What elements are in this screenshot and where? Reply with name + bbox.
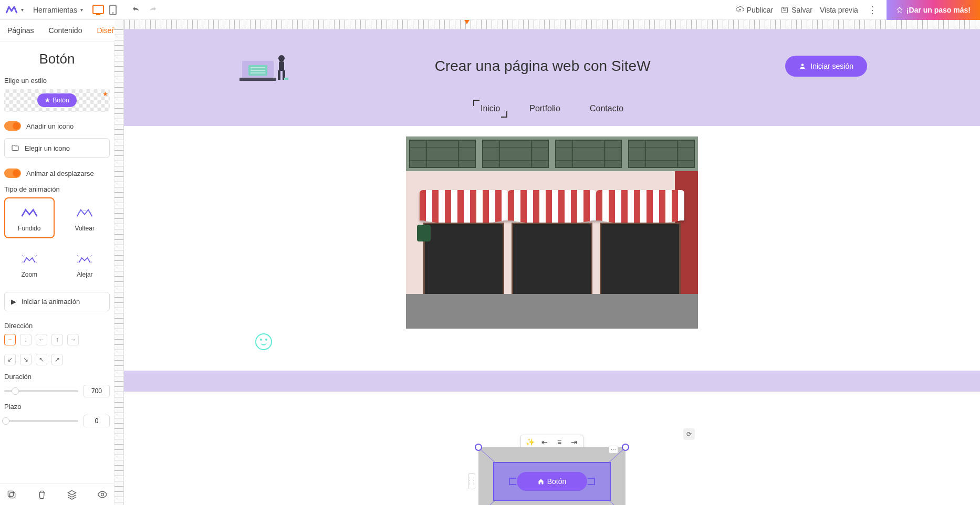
refresh-badge[interactable]: ⟳ <box>683 428 695 440</box>
align-center-icon[interactable]: ≡ <box>555 437 564 447</box>
chevron-down-icon[interactable]: ▾ <box>21 7 24 13</box>
resize-handle-tr[interactable] <box>622 444 629 451</box>
dir-left[interactable]: ← <box>36 334 47 345</box>
canvas[interactable]: Crear una página web con SiteW Iniciar s… <box>124 29 980 505</box>
duplicate-icon[interactable] <box>6 489 17 500</box>
nav-contact[interactable]: Contacto <box>586 102 628 115</box>
cta-label: ¡Dar un paso más! <box>906 6 971 14</box>
star-badge-icon: ★ <box>102 90 108 98</box>
start-anim-button[interactable]: ▶ Iniciar la animación <box>4 292 110 311</box>
svg-rect-5 <box>239 78 276 81</box>
main-nav: Inicio Portfolio Contacto <box>145 102 959 115</box>
duration-slider[interactable] <box>4 390 78 392</box>
svg-rect-2 <box>10 493 15 498</box>
animate-scroll-row: Animar al desplazarse <box>4 169 110 178</box>
redo-icon[interactable] <box>148 5 158 15</box>
save-icon <box>780 6 789 14</box>
anim-zoom[interactable]: Zoom <box>4 244 55 285</box>
tools-menu[interactable]: Herramientas ▾ <box>33 6 83 14</box>
user-icon <box>799 62 806 70</box>
choose-icon-button[interactable]: Elegir un icono <box>4 138 110 158</box>
layers-icon[interactable] <box>67 489 77 500</box>
ruler-marker[interactable] <box>464 20 470 24</box>
content-section: ⟳ ✨ ⇤ ≡ ⇥ <box>124 126 980 360</box>
hero-illustration <box>237 45 300 87</box>
align-right-icon[interactable]: ⇥ <box>569 437 579 447</box>
desktop-icon[interactable] <box>92 5 104 14</box>
tab-pages[interactable]: Páginas <box>0 20 41 41</box>
anim-away-label: Alejar <box>64 271 106 278</box>
animate-scroll-label: Animar al desplazarse <box>26 170 94 177</box>
add-icon-row: Añadir un icono <box>4 121 110 131</box>
style-label: Elige un estilo <box>4 77 110 85</box>
dir-down[interactable]: ↓ <box>20 334 32 345</box>
chevron-down-icon: ▾ <box>80 7 83 13</box>
publish-button[interactable]: Publicar <box>736 6 774 14</box>
magic-icon[interactable]: ✨ <box>525 437 535 447</box>
anim-away[interactable]: Alejar <box>60 244 110 285</box>
nav-portfolio[interactable]: Portfolio <box>525 102 565 115</box>
align-left-icon[interactable]: ⇤ <box>540 437 549 447</box>
anim-flip-label: Voltear <box>64 225 106 232</box>
anim-flip[interactable]: Voltear <box>60 197 110 238</box>
ruler-vertical[interactable] <box>114 29 124 505</box>
anim-fade[interactable]: Fundido <box>4 197 55 238</box>
dir-down-right[interactable]: ↘ <box>20 354 32 365</box>
preview-button[interactable]: Vista previa <box>820 6 858 14</box>
animate-scroll-toggle[interactable] <box>4 169 21 178</box>
smiley-icon[interactable] <box>255 333 272 350</box>
delay-slider[interactable] <box>4 420 78 422</box>
upgrade-button[interactable]: ¡Dar un paso más! <box>887 0 980 20</box>
home-icon <box>538 478 544 485</box>
dir-up-left[interactable]: ↖ <box>36 354 47 365</box>
drag-handle[interactable]: ⋮⋮⋮⋮ <box>468 474 475 489</box>
svg-rect-1 <box>8 491 13 496</box>
add-icon-label: Añadir un icono <box>26 122 74 130</box>
canvas-button-element[interactable]: Botón <box>517 472 588 491</box>
hero-section[interactable]: Crear una página web con SiteW Iniciar s… <box>124 29 980 126</box>
ruler-horizontal[interactable] <box>124 20 980 29</box>
selected-element[interactable]: Botón ⋯ ⋮⋮⋮⋮ ⫠ <box>478 447 625 505</box>
dir-none[interactable]: − <box>4 334 16 345</box>
play-icon: ▶ <box>11 298 16 306</box>
preview-btn-label: Botón <box>53 97 69 104</box>
delay-input[interactable] <box>84 415 110 427</box>
direction-grid: − ↓ ← ↑ → ↙ ↘ ↖ ↗ <box>4 334 110 365</box>
logo[interactable] <box>5 4 18 16</box>
element-more-icon[interactable]: ⋯ <box>609 446 618 454</box>
login-button[interactable]: Iniciar sesión <box>785 56 867 77</box>
eye-icon[interactable] <box>97 489 108 500</box>
preview-button-sample: ★ Botón <box>37 93 76 107</box>
canvas-button-label: Botón <box>547 477 567 486</box>
more-icon[interactable]: ⋮ <box>866 4 879 16</box>
nav-home[interactable]: Inicio <box>476 102 504 115</box>
resize-handle-tl[interactable] <box>475 444 482 451</box>
cloud-upload-icon <box>736 6 744 14</box>
dir-up-right[interactable]: ↗ <box>51 354 63 365</box>
sidebar: Páginas Contenido Diseño Botón Elige un … <box>0 20 114 505</box>
anim-fade-label: Fundido <box>8 225 50 232</box>
svg-rect-11 <box>279 61 284 71</box>
dir-down-left[interactable]: ↙ <box>4 354 16 365</box>
topbar-actions: Publicar Salvar Vista previa ⋮ ¡Dar un p… <box>736 0 975 20</box>
dir-up[interactable]: ↑ <box>51 334 63 345</box>
duration-input[interactable] <box>84 385 110 397</box>
footer-band[interactable] <box>124 371 980 392</box>
svg-rect-14 <box>284 78 288 80</box>
tablet-icon[interactable] <box>109 5 117 15</box>
star-icon <box>896 6 903 14</box>
add-icon-toggle[interactable] <box>4 121 21 131</box>
login-label: Iniciar sesión <box>810 62 853 70</box>
dir-right[interactable]: → <box>67 334 79 345</box>
svg-point-10 <box>278 55 285 61</box>
svg-rect-0 <box>782 7 788 13</box>
save-button[interactable]: Salvar <box>780 6 812 14</box>
style-preview[interactable]: ★ ★ Botón <box>4 89 110 112</box>
panel-title: Botón <box>4 51 110 67</box>
star-icon: ★ <box>45 97 50 104</box>
bistro-image[interactable] <box>406 136 698 329</box>
hero-title[interactable]: Crear una página web con SiteW <box>435 58 651 75</box>
trash-icon[interactable] <box>37 489 47 500</box>
tab-content[interactable]: Contenido <box>41 20 90 41</box>
undo-icon[interactable] <box>131 5 141 15</box>
